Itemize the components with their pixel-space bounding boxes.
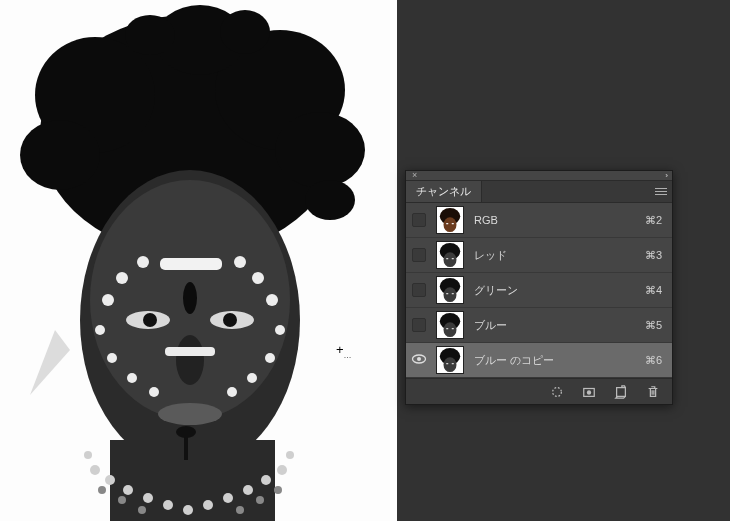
channel-row[interactable]: グリーン⌘4 <box>406 273 672 308</box>
svg-point-76 <box>446 328 448 329</box>
svg-point-5 <box>125 15 175 55</box>
svg-point-87 <box>587 390 591 394</box>
svg-point-21 <box>183 282 197 314</box>
visibility-toggle[interactable] <box>406 318 432 332</box>
svg-point-25 <box>95 325 105 335</box>
visibility-box <box>412 213 426 227</box>
visibility-toggle[interactable] <box>406 351 432 369</box>
svg-point-55 <box>256 496 264 504</box>
svg-point-48 <box>277 465 287 475</box>
close-icon[interactable]: × <box>412 171 417 180</box>
svg-point-62 <box>452 223 454 224</box>
channel-thumbnail <box>436 206 464 234</box>
svg-point-71 <box>446 293 448 294</box>
svg-point-6 <box>220 10 270 54</box>
delete-channel-button[interactable] <box>644 383 662 401</box>
channel-row[interactable]: RGB⌘2 <box>406 203 672 238</box>
svg-point-29 <box>266 294 278 306</box>
channel-row[interactable]: ブルー⌘5 <box>406 308 672 343</box>
svg-point-53 <box>138 506 146 514</box>
svg-point-45 <box>223 493 233 503</box>
svg-point-9 <box>305 180 355 220</box>
channel-name: ブルー のコピー <box>468 353 645 368</box>
save-selection-button[interactable] <box>580 383 598 401</box>
svg-point-49 <box>84 451 92 459</box>
svg-point-46 <box>243 485 253 495</box>
svg-point-41 <box>143 493 153 503</box>
svg-point-47 <box>261 475 271 485</box>
svg-point-37 <box>176 426 196 438</box>
svg-point-22 <box>102 294 114 306</box>
svg-point-67 <box>452 258 454 259</box>
channel-name: ブルー <box>468 318 645 333</box>
channel-row[interactable]: ブルー のコピー⌘6 <box>406 343 672 378</box>
svg-point-35 <box>227 387 237 397</box>
svg-point-17 <box>176 335 204 385</box>
svg-point-50 <box>286 451 294 459</box>
panel-menu-button[interactable] <box>650 181 672 202</box>
visibility-box <box>412 318 426 332</box>
image-preview <box>0 0 397 521</box>
visibility-box <box>412 248 426 262</box>
svg-point-27 <box>127 373 137 383</box>
right-dock: × ›› チャンネル RGB⌘2レッド⌘3グリーン⌘4ブルー⌘5ブルー のコピー… <box>397 0 730 521</box>
svg-point-51 <box>98 486 106 494</box>
svg-point-83 <box>446 363 448 364</box>
visibility-toggle[interactable] <box>406 248 432 262</box>
channel-shortcut: ⌘5 <box>645 319 672 332</box>
svg-point-39 <box>105 475 115 485</box>
svg-point-70 <box>444 287 457 302</box>
svg-point-40 <box>123 485 133 495</box>
new-channel-button[interactable] <box>612 383 630 401</box>
panel-footer <box>406 378 672 404</box>
channel-shortcut: ⌘3 <box>645 249 672 262</box>
channel-shortcut: ⌘6 <box>645 354 672 367</box>
svg-point-79 <box>417 357 421 361</box>
visibility-toggle[interactable] <box>406 213 432 227</box>
panel-topbar: × ›› <box>406 171 672 181</box>
collapse-icon[interactable]: ›› <box>665 172 666 179</box>
svg-rect-19 <box>160 258 222 270</box>
load-selection-button[interactable] <box>548 383 566 401</box>
channel-thumbnail <box>436 346 464 374</box>
svg-point-16 <box>223 313 237 327</box>
svg-point-32 <box>275 325 285 335</box>
visibility-toggle[interactable] <box>406 283 432 297</box>
channel-thumbnail <box>436 311 464 339</box>
svg-point-84 <box>452 363 454 364</box>
svg-point-7 <box>20 120 100 190</box>
channel-shortcut: ⌘2 <box>645 214 672 227</box>
svg-point-18 <box>158 403 222 425</box>
svg-point-85 <box>553 387 562 396</box>
svg-point-61 <box>446 223 448 224</box>
svg-point-56 <box>274 486 282 494</box>
channel-shortcut: ⌘4 <box>645 284 672 297</box>
visibility-box <box>412 283 426 297</box>
panel-tab-strip: チャンネル <box>406 181 672 203</box>
canvas-area[interactable]: +… <box>0 0 397 521</box>
svg-point-82 <box>444 357 457 372</box>
svg-point-8 <box>275 112 365 188</box>
svg-rect-88 <box>617 387 626 396</box>
svg-point-65 <box>444 252 457 267</box>
channel-name: レッド <box>468 248 645 263</box>
svg-point-33 <box>265 353 275 363</box>
eye-icon <box>411 351 427 369</box>
channel-name: RGB <box>468 214 645 226</box>
svg-point-66 <box>446 258 448 259</box>
svg-point-54 <box>236 506 244 514</box>
svg-point-34 <box>247 373 257 383</box>
channel-name: グリーン <box>468 283 645 298</box>
svg-rect-20 <box>165 347 215 356</box>
channels-panel: × ›› チャンネル RGB⌘2レッド⌘3グリーン⌘4ブルー⌘5ブルー のコピー… <box>405 170 673 405</box>
svg-point-72 <box>452 293 454 294</box>
channel-row[interactable]: レッド⌘3 <box>406 238 672 273</box>
svg-point-60 <box>444 217 457 232</box>
tab-label: チャンネル <box>416 184 471 199</box>
tab-channels[interactable]: チャンネル <box>406 181 482 202</box>
svg-point-52 <box>118 496 126 504</box>
svg-point-75 <box>444 322 457 337</box>
svg-point-38 <box>90 465 100 475</box>
svg-point-14 <box>143 313 157 327</box>
svg-point-77 <box>452 328 454 329</box>
